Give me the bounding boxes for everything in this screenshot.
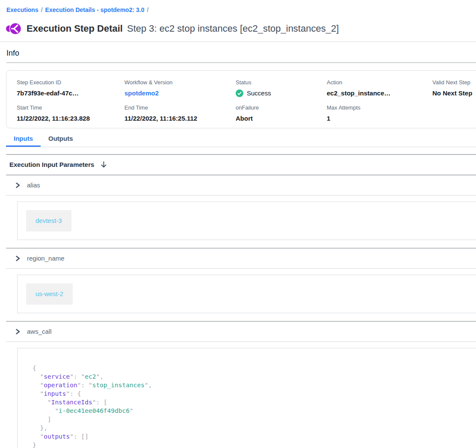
info-field: onFailureAbort: [236, 104, 327, 123]
code-token: ": {: [66, 390, 81, 397]
code-token: ": [33, 407, 59, 414]
field-label: Workflow & Version: [124, 79, 236, 86]
code-line: "service": "ec2",: [33, 372, 470, 381]
code-line: },: [33, 424, 470, 432]
field-label: Step Execution ID: [17, 79, 124, 86]
section-label: aws_call: [27, 327, 52, 336]
parameter-sections: aliasdevtest-3region_nameus-west-2aws_ca…: [0, 175, 476, 448]
field-value: Abort: [236, 114, 327, 123]
divider-title: [0, 42, 476, 42]
code-token: ": [33, 390, 44, 397]
code-token: ": [33, 373, 44, 380]
info-field: Actionec2_stop_instance…: [327, 79, 432, 98]
code-token: operation: [44, 382, 77, 389]
field-value: 7b73f93e-edaf-47c…: [17, 89, 124, 98]
info-field: End Time11/22/2022, 11:16:25.112: [124, 104, 236, 123]
section-row-alias[interactable]: alias: [6, 175, 476, 196]
code-line: }: [33, 441, 470, 448]
info-field: Valid Next StepNo Next Step: [432, 79, 472, 98]
section-panel-alias: devtest-3: [17, 202, 476, 240]
code-token: ": [33, 433, 44, 440]
tab-bar: InputsOutputs: [6, 134, 476, 147]
field-label: onFailure: [236, 104, 327, 111]
status-text: Success: [247, 89, 271, 98]
arrow-down-icon[interactable]: [100, 161, 107, 169]
code-token: ": []: [70, 433, 89, 440]
code-line: "InstanceIds": [: [33, 398, 470, 406]
code-token: ": [: [92, 399, 107, 406]
code-token: outputs: [44, 433, 70, 440]
code-token: },: [33, 424, 47, 431]
info-heading: Info: [6, 48, 476, 58]
params-header: Execution Input Parameters: [0, 155, 476, 175]
info-card: Step Execution ID7b73f93e-edaf-47c…Workf…: [6, 70, 476, 128]
breadcrumb-link[interactable]: Executions: [6, 6, 38, 13]
field-value: ec2_stop_instance…: [327, 89, 432, 98]
code-token: i-0ec41ee046f49dbc6: [59, 407, 130, 414]
code-line: "outputs": []: [33, 432, 470, 441]
breadcrumb-separator: /: [147, 6, 148, 13]
section-panel-aws_call: { "service": "ec2", "operation": "stop_i…: [17, 348, 476, 448]
page-header: Execution Step Detail Step 3: ec2 stop i…: [6, 21, 476, 36]
field-label: Action: [327, 79, 432, 86]
workflow-logo-icon: [6, 22, 21, 35]
code-token: ": [33, 382, 44, 389]
tab-outputs[interactable]: Outputs: [41, 134, 81, 147]
code-line: {: [33, 364, 470, 372]
code-token: stop_instances: [92, 382, 145, 389]
field-value: 1: [327, 114, 432, 123]
code-token: ": [130, 407, 133, 414]
info-field: Max Attempts1: [327, 104, 432, 123]
field-label: End Time: [124, 104, 236, 111]
code-token: inputs: [44, 390, 66, 397]
page-title: Execution Step Detail: [27, 22, 123, 35]
code-line: ]: [33, 415, 470, 424]
info-field: Step Execution ID7b73f93e-edaf-47c…: [17, 79, 124, 98]
info-field: Workflow & Versionspotdemo2: [124, 79, 236, 98]
code-token: service: [44, 373, 70, 380]
code-token: ]: [33, 416, 51, 423]
info-field: StatusSuccess: [236, 79, 327, 98]
section-panel-region_name: us-west-2: [17, 275, 476, 313]
code-token: }: [33, 442, 36, 448]
workflow-version-link[interactable]: spotdemo2: [124, 89, 236, 98]
code-token: {: [33, 365, 36, 371]
code-token: InstanceIds: [51, 399, 92, 406]
code-token: ",: [96, 373, 103, 380]
tab-inputs[interactable]: Inputs: [6, 134, 41, 147]
info-field: Start Time11/22/2022, 11:16:23.828: [17, 104, 124, 123]
divider-info: [6, 62, 476, 63]
params-title: Execution Input Parameters: [9, 160, 94, 169]
code-token: ": [33, 399, 51, 406]
breadcrumb-separator: /: [41, 6, 43, 13]
json-code-block: { "service": "ec2", "operation": "stop_i…: [33, 364, 470, 448]
value-chip: devtest-3: [26, 210, 71, 231]
field-label: Start Time: [17, 104, 124, 111]
success-check-icon: [236, 89, 243, 97]
code-token: ",: [145, 382, 152, 389]
field-value: 11/22/2022, 11:16:23.828: [17, 114, 124, 123]
breadcrumb: Executions/Execution Details - spotdemo2…: [6, 6, 476, 14]
code-token: ": ": [70, 373, 85, 380]
breadcrumb-link[interactable]: Execution Details - spotdemo2: 3.0: [45, 6, 145, 13]
field-value: No Next Step: [432, 89, 472, 98]
section-row-region_name[interactable]: region_name: [6, 249, 476, 269]
chevron-right-icon[interactable]: [15, 328, 21, 335]
section-row-aws_call[interactable]: aws_call: [6, 322, 476, 342]
field-label: Max Attempts: [327, 104, 432, 111]
field-value: 11/22/2022, 11:16:25.112: [124, 114, 236, 123]
code-line: "operation": "stop_instances",: [33, 381, 470, 389]
code-line: "inputs": {: [33, 389, 470, 398]
page-subtitle: Step 3: ec2 stop instances [ec2_stop_ins…: [127, 22, 339, 35]
chevron-right-icon[interactable]: [15, 182, 21, 189]
section-label: alias: [27, 181, 40, 190]
section-label: region_name: [27, 254, 65, 263]
field-label: Status: [236, 79, 327, 86]
value-chip: us-west-2: [26, 283, 73, 305]
code-line: "i-0ec41ee046f49dbc6": [33, 406, 470, 415]
code-token: ": ": [77, 382, 92, 389]
chevron-right-icon[interactable]: [15, 255, 21, 262]
code-token: ec2: [85, 373, 96, 380]
field-label: Valid Next Step: [432, 79, 472, 86]
status-badge: Success: [236, 89, 327, 98]
